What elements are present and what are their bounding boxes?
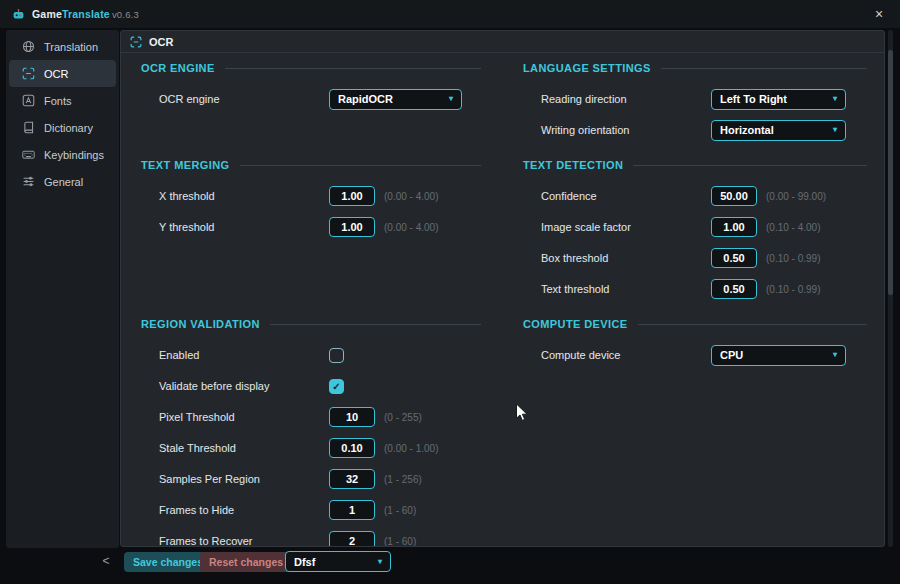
sidebar: Translation OCR Fonts Dictionary Keybind… [6,30,119,548]
stale-threshold-input[interactable] [329,438,375,458]
chevron-down-icon: ▾ [833,351,837,359]
sidebar-collapse-button[interactable]: < [98,554,114,568]
range-hint: (1 - 60) [384,505,416,516]
app-version: v0.6.3 [112,9,139,20]
page-title: OCR [149,36,173,48]
reading-direction-row: Reading direction Left To Right ▾ [541,89,867,109]
sidebar-item-label: Dictionary [44,122,93,134]
x-threshold-row: X threshold (0.00 - 4.00) [159,186,481,206]
writing-orientation-row: Writing orientation Horizontal ▾ [541,120,867,140]
field-label: Compute device [541,349,711,361]
ocr-icon [22,67,35,80]
section-compute-device: COMPUTE DEVICE Compute device CPU ▾ [523,317,867,376]
footer-profile-dropdown[interactable]: Dfsf ▾ [285,551,391,572]
frames-to-recover-input[interactable] [329,531,375,546]
range-hint: (0.00 - 4.00) [384,222,438,233]
field-label: Y threshold [159,221,329,233]
section-heading: REGION VALIDATION [141,317,481,331]
dropdown-value: Dfsf [294,556,315,568]
samples-per-region-input[interactable] [329,469,375,489]
titlebar: GameTranslatev0.6.3 × [0,0,900,28]
box-threshold-input[interactable] [711,248,757,268]
image-scale-factor-row: Image scale factor (0.10 - 4.00) [541,217,867,237]
reading-direction-dropdown[interactable]: Left To Right ▾ [711,89,846,110]
pixel-threshold-row: Pixel Threshold (0 - 255) [159,407,481,427]
section-heading: TEXT MERGING [141,158,481,172]
reset-changes-button[interactable]: Reset changes [200,552,292,572]
y-threshold-input[interactable] [329,217,375,237]
section-heading: OCR ENGINE [141,61,481,75]
image-scale-factor-input[interactable] [711,217,757,237]
settings-panel: OCR OCR ENGINE OCR engine RapidOCR ▾ TEX… [120,30,885,547]
dictionary-icon [22,121,35,134]
save-changes-button[interactable]: Save changes [124,552,212,572]
sidebar-item-keybindings[interactable]: Keybindings [9,141,116,168]
sidebar-item-fonts[interactable]: Fonts [9,87,116,114]
stale-threshold-row: Stale Threshold (0.00 - 1.00) [159,438,481,458]
field-label: Frames to Hide [159,504,329,516]
ocr-engine-row: OCR engine RapidOCR ▾ [159,89,481,109]
vertical-scrollbar[interactable] [888,30,893,547]
scrollbar-thumb[interactable] [888,50,893,295]
keyboard-icon [22,148,35,161]
sidebar-item-label: General [44,176,83,188]
range-hint: (1 - 256) [384,474,422,485]
range-hint: (0.10 - 0.99) [766,253,820,264]
x-threshold-input[interactable] [329,186,375,206]
range-hint: (0.00 - 99.00) [766,191,826,202]
dropdown-value: RapidOCR [338,93,393,105]
validate-before-display-checkbox[interactable]: ✓ [329,379,344,394]
app-title: GameTranslatev0.6.3 [32,8,139,20]
sidebar-item-label: Fonts [44,95,72,107]
confidence-input[interactable] [711,186,757,206]
chevron-down-icon: ▾ [378,558,382,566]
field-label: OCR engine [159,93,329,105]
text-threshold-input[interactable] [711,279,757,299]
close-icon: × [875,6,883,22]
text-threshold-row: Text threshold (0.10 - 0.99) [541,279,867,299]
sidebar-item-general[interactable]: General [9,168,116,195]
field-label: X threshold [159,190,329,202]
check-icon: ✓ [332,381,340,392]
field-label: Image scale factor [541,221,711,233]
chevron-down-icon: ▾ [833,126,837,134]
sliders-icon [22,175,35,188]
fonts-icon [22,94,35,107]
dropdown-value: CPU [720,349,743,361]
field-label: Samples Per Region [159,473,329,485]
section-ocr-engine: OCR ENGINE OCR engine RapidOCR ▾ [141,61,481,120]
section-text-detection: TEXT DETECTION Confidence (0.00 - 99.00)… [523,158,867,310]
sidebar-item-label: Translation [44,41,98,53]
app-logo-icon [12,8,25,21]
compute-device-dropdown[interactable]: CPU ▾ [711,345,846,366]
field-label: Stale Threshold [159,442,329,454]
sidebar-item-label: OCR [44,68,68,80]
range-hint: (0.00 - 4.00) [384,191,438,202]
field-label: Text threshold [541,283,711,295]
panel-body: OCR ENGINE OCR engine RapidOCR ▾ TEXT ME… [121,53,884,546]
frames-to-hide-row: Frames to Hide (1 - 60) [159,500,481,520]
sidebar-item-ocr[interactable]: OCR [9,60,116,87]
sidebar-item-dictionary[interactable]: Dictionary [9,114,116,141]
panel-header: OCR [121,31,884,53]
dropdown-value: Horizontal [720,124,774,136]
ocr-engine-dropdown[interactable]: RapidOCR ▾ [329,89,462,110]
sidebar-item-translation[interactable]: Translation [9,33,116,60]
writing-orientation-dropdown[interactable]: Horizontal ▾ [711,120,846,141]
field-label: Frames to Recover [159,535,329,546]
enabled-checkbox[interactable] [329,348,344,363]
close-button[interactable]: × [868,3,890,25]
pixel-threshold-input[interactable] [329,407,375,427]
samples-per-region-row: Samples Per Region (1 - 256) [159,469,481,489]
range-hint: (0.10 - 4.00) [766,222,820,233]
frames-to-recover-row: Frames to Recover (1 - 60) [159,531,481,546]
range-hint: (0.00 - 1.00) [384,443,438,454]
field-label: Confidence [541,190,711,202]
frames-to-hide-input[interactable] [329,500,375,520]
field-label: Writing orientation [541,124,711,136]
chevron-down-icon: ▾ [833,95,837,103]
y-threshold-row: Y threshold (0.00 - 4.00) [159,217,481,237]
section-heading: COMPUTE DEVICE [523,317,867,331]
collapse-icon: < [102,554,109,568]
chevron-down-icon: ▾ [449,95,453,103]
